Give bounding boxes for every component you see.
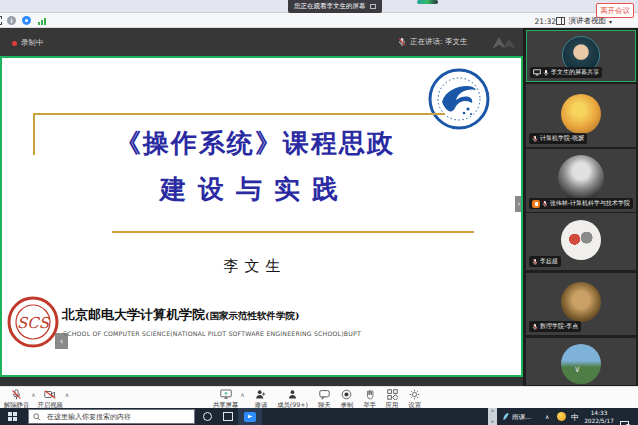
- participant-tile[interactable]: 张伟林-计算机科学与技术学院: [526, 149, 636, 212]
- title-rule-bottom: [112, 231, 474, 233]
- org-name-paren: (国家示范性软件学院): [205, 310, 300, 321]
- prev-slide-handle[interactable]: ‹: [55, 333, 68, 349]
- mic-icon: [543, 69, 549, 77]
- slide-title-line1: 《操作系统》课程思政: [20, 126, 490, 161]
- scroll-down-icon: ∨: [491, 420, 494, 425]
- mic-muted-icon: [11, 389, 22, 400]
- participant-name: 计算机学院-晓媛: [540, 134, 584, 143]
- participant-tile[interactable]: 李起超: [526, 213, 636, 270]
- taskbar-search[interactable]: [28, 409, 195, 424]
- clock-time: 14:33: [583, 410, 615, 418]
- participant-label: 张伟林-计算机科学与技术学院: [529, 198, 633, 209]
- org-name-en: SCHOOL OF COMPUTER SCIENCE(NATIONAL PILO…: [63, 330, 363, 337]
- slide-title-line2: 建设与实践: [20, 172, 490, 207]
- members-icon: [287, 389, 298, 400]
- screen-share-icon: [533, 69, 541, 76]
- org-name-main: 北京邮电大学计算机学院: [62, 307, 205, 322]
- caret-down-icon: ▾: [609, 18, 612, 25]
- start-video-button[interactable]: 开启视频: [38, 389, 63, 410]
- fullscreen-icon[interactable]: [0, 16, 2, 25]
- speaking-mic-icon: [398, 37, 406, 47]
- controlbar-left: 解除静音 ∧ 开启视频 ∧: [4, 389, 69, 410]
- settings-button[interactable]: 设置: [408, 389, 421, 410]
- record-dot-icon: [12, 41, 17, 46]
- share-options-chevron[interactable]: ∧: [240, 391, 244, 398]
- apps-button[interactable]: 应用: [386, 389, 399, 410]
- share-screen-icon: [220, 389, 232, 400]
- participant-tile[interactable]: [526, 338, 636, 385]
- camera-off-icon: [44, 389, 56, 400]
- mic-muted-icon: [542, 200, 548, 208]
- mic-muted-icon: [532, 135, 538, 143]
- taskbar-clock[interactable]: 14:33 2022/5/17: [583, 410, 615, 425]
- meeting-info-icon[interactable]: i: [7, 16, 16, 25]
- mic-muted-icon: [532, 323, 538, 331]
- unmute-options-chevron[interactable]: ∧: [31, 391, 35, 398]
- title-rule-top: [33, 113, 445, 115]
- participant-name: 李起超: [540, 257, 558, 266]
- watching-screen-tooltip: 您正在观看李文生的屏幕: [288, 0, 382, 13]
- tooltip-text: 您正在观看李文生的屏幕: [294, 2, 366, 11]
- search-icon: [33, 413, 41, 421]
- share-footer-bar: [0, 377, 523, 386]
- avatar: [561, 94, 601, 134]
- members-button[interactable]: 成员(99+): [277, 389, 308, 410]
- avatar: [561, 282, 601, 322]
- layout-grid-icon: [556, 17, 565, 25]
- floating-thumbnail-sliver: [417, 0, 438, 4]
- ime-indicator[interactable]: 中: [571, 412, 579, 423]
- scroll-up-icon: ∧: [491, 409, 494, 414]
- gear-icon: [409, 389, 420, 400]
- record-button[interactable]: 录制: [341, 389, 354, 410]
- tray-status-ball-icon[interactable]: [557, 412, 566, 421]
- task-view-icon[interactable]: [223, 412, 233, 421]
- participant-tile[interactable]: 数理学院-李点: [526, 273, 636, 335]
- raised-hand-icon: [532, 200, 540, 208]
- meeting-window: 您正在观看李文生的屏幕 – ▢ × i 21:32 演讲者视图 ▾ 录制中 正在…: [0, 0, 638, 425]
- invite-icon: [255, 389, 266, 400]
- cortana-icon[interactable]: [203, 412, 212, 421]
- participant-label: 计算机学院-晓媛: [529, 133, 587, 144]
- tray-app-label[interactable]: 雨课...: [512, 413, 531, 422]
- clock-date: 2022/5/17: [583, 418, 615, 425]
- notification-center-icon[interactable]: 3: [620, 421, 629, 425]
- bupt-logo: [428, 68, 490, 130]
- scs-logo: SCS: [7, 296, 59, 348]
- tray-app-icon[interactable]: [502, 412, 510, 421]
- raise-hand-icon: [364, 389, 375, 400]
- recording-indicator: 录制中: [12, 38, 44, 48]
- invite-button[interactable]: 邀请: [255, 389, 268, 410]
- share-screen-button[interactable]: 共享屏幕: [213, 389, 238, 410]
- nav-prev-icon: ‹: [60, 336, 64, 346]
- leave-meeting-button[interactable]: 离开会议: [596, 3, 634, 18]
- speaking-indicator: 正在讲话: 李文生: [398, 37, 467, 47]
- chat-icon: [319, 389, 330, 400]
- participant-name: 李文生的屏幕共享: [551, 68, 599, 77]
- participant-tile[interactable]: 计算机学院-晓媛: [526, 84, 636, 147]
- exit-view-icon[interactable]: [370, 4, 376, 9]
- participant-name: 数理学院-李点: [540, 322, 578, 331]
- tray-expand-chevron[interactable]: ∧: [545, 413, 549, 420]
- start-button[interactable]: [8, 412, 17, 421]
- more-participants-chevron[interactable]: ∨: [574, 364, 581, 374]
- apps-icon: [387, 389, 398, 400]
- chat-button[interactable]: 聊天: [318, 389, 331, 410]
- participant-label: 李文生的屏幕共享: [530, 67, 602, 78]
- unmute-button[interactable]: 解除静音: [4, 389, 29, 410]
- avatar: [561, 344, 601, 384]
- network-signal-icon[interactable]: [38, 17, 46, 25]
- sidebar-collapse-handle[interactable]: ›: [515, 196, 523, 212]
- avatar: [561, 220, 601, 260]
- raise-hand-button[interactable]: 举手: [363, 389, 376, 410]
- tray-scrollbar[interactable]: ∧ ∨: [488, 408, 497, 425]
- participant-tile-share[interactable]: 李文生的屏幕共享: [526, 30, 636, 82]
- video-options-chevron[interactable]: ∧: [65, 391, 69, 398]
- meeting-clock: 21:32: [534, 17, 556, 26]
- taskbar-meeting-app-icon[interactable]: [238, 408, 262, 425]
- slide-presenter: 李文生: [20, 257, 490, 276]
- svg-text:SCS: SCS: [17, 314, 51, 332]
- mic-muted-icon: [532, 258, 538, 266]
- search-input[interactable]: [45, 412, 185, 422]
- org-name-cn: 北京邮电大学计算机学院(国家示范性软件学院): [62, 306, 300, 324]
- meeting-watermark-logo: [490, 35, 518, 51]
